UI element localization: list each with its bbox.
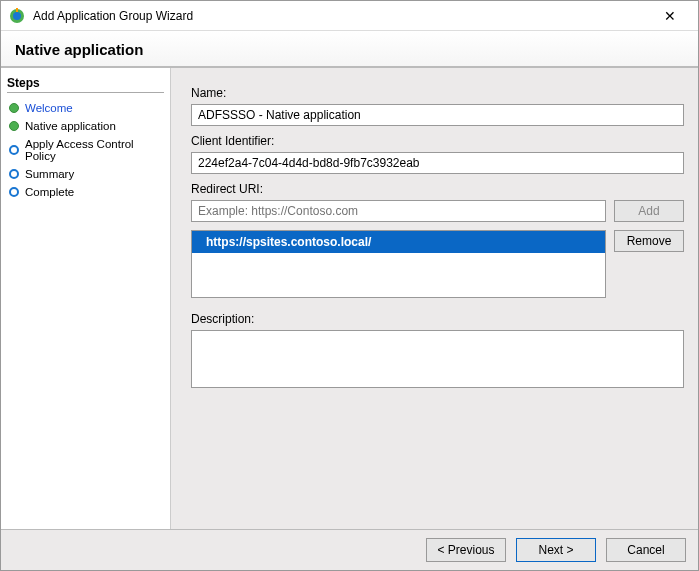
step-label: Welcome	[25, 102, 73, 114]
window-title: Add Application Group Wizard	[33, 9, 650, 23]
redirect-uri-input[interactable]	[191, 200, 606, 222]
previous-button[interactable]: < Previous	[426, 538, 506, 562]
steps-sidebar: Steps Welcome Native application Apply A…	[1, 68, 171, 529]
svg-rect-2	[16, 8, 18, 12]
name-field[interactable]	[191, 104, 684, 126]
step-summary[interactable]: Summary	[7, 165, 164, 183]
page-title: Native application	[1, 31, 698, 68]
redirect-uri-item[interactable]: https://spsites.contoso.local/	[192, 231, 605, 253]
step-apply-access-control-policy[interactable]: Apply Access Control Policy	[7, 135, 164, 165]
step-label: Apply Access Control Policy	[25, 138, 162, 162]
cancel-button[interactable]: Cancel	[606, 538, 686, 562]
step-native-application[interactable]: Native application	[7, 117, 164, 135]
add-button[interactable]: Add	[614, 200, 684, 222]
redirect-uri-label: Redirect URI:	[191, 182, 684, 196]
step-bullet-icon	[9, 187, 19, 197]
steps-heading: Steps	[7, 76, 164, 90]
description-field[interactable]	[191, 330, 684, 388]
step-welcome[interactable]: Welcome	[7, 99, 164, 117]
step-bullet-icon	[9, 145, 19, 155]
steps-divider	[7, 92, 164, 93]
step-complete[interactable]: Complete	[7, 183, 164, 201]
client-id-field[interactable]	[191, 152, 684, 174]
redirect-uri-list[interactable]: https://spsites.contoso.local/	[191, 230, 606, 298]
app-icon	[9, 8, 25, 24]
client-id-label: Client Identifier:	[191, 134, 684, 148]
step-label: Native application	[25, 120, 116, 132]
step-bullet-icon	[9, 121, 19, 131]
wizard-footer: < Previous Next > Cancel	[1, 529, 698, 570]
svg-point-1	[13, 12, 21, 20]
step-bullet-icon	[9, 169, 19, 179]
step-label: Complete	[25, 186, 74, 198]
form-panel: Name: Client Identifier: Redirect URI: A…	[171, 68, 698, 529]
description-label: Description:	[191, 312, 684, 326]
step-label: Summary	[25, 168, 74, 180]
next-button[interactable]: Next >	[516, 538, 596, 562]
remove-button[interactable]: Remove	[614, 230, 684, 252]
step-bullet-icon	[9, 103, 19, 113]
titlebar: Add Application Group Wizard ✕	[1, 1, 698, 31]
close-icon[interactable]: ✕	[650, 8, 690, 24]
name-label: Name:	[191, 86, 684, 100]
